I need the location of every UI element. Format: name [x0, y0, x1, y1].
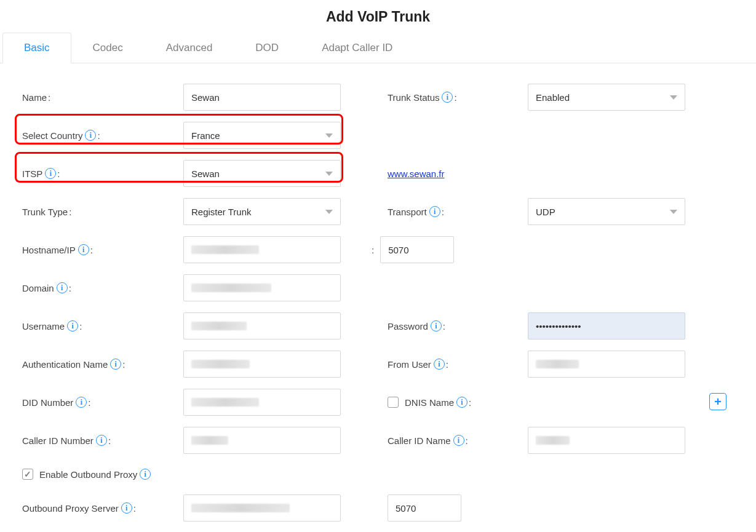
itsp-value: Sewan [191, 169, 220, 179]
info-icon[interactable]: i [429, 206, 440, 217]
tab-codec[interactable]: Codec [71, 33, 145, 63]
enable-outbound-proxy-label: Enable Outbound Proxy [39, 469, 137, 480]
outbound-proxy-server-input[interactable] [183, 494, 341, 522]
info-icon[interactable]: i [121, 502, 132, 514]
info-icon[interactable]: i [85, 130, 96, 141]
port-separator: : [365, 245, 380, 255]
page-title: Add VoIP Trunk [0, 0, 756, 33]
chevron-down-icon [325, 133, 333, 138]
tab-dod[interactable]: DOD [234, 33, 300, 63]
username-label: Username [22, 321, 65, 332]
trunk-type-select[interactable]: Register Trunk [183, 198, 341, 225]
outbound-proxy-port-input[interactable] [388, 494, 461, 522]
info-icon[interactable]: i [434, 359, 445, 370]
chevron-down-icon [325, 172, 333, 176]
password-input[interactable] [528, 312, 685, 339]
domain-label: Domain [22, 283, 54, 293]
tab-basic[interactable]: Basic [2, 33, 71, 63]
caller-id-number-input[interactable] [183, 427, 341, 454]
outbound-proxy-server-label: Outbound Proxy Server [22, 503, 119, 514]
domain-input[interactable] [183, 274, 341, 301]
hostname-port-input[interactable] [380, 236, 454, 263]
chevron-down-icon [670, 95, 677, 100]
select-country-value: France [191, 130, 220, 141]
name-input[interactable] [183, 84, 341, 111]
caller-id-number-label: Caller ID Number [22, 435, 94, 446]
info-icon[interactable]: i [140, 469, 151, 480]
chevron-down-icon [325, 210, 333, 214]
select-country-label: Select Country [22, 130, 82, 141]
form-area: Name: Trunk Status i: Enabled Select Cou… [0, 63, 756, 527]
hostname-label: Hostname/IP [22, 245, 76, 255]
select-country-select[interactable]: France [183, 122, 341, 149]
hostname-input[interactable] [183, 236, 341, 263]
itsp-link[interactable]: www.sewan.fr [388, 169, 445, 179]
did-number-input[interactable] [183, 389, 341, 416]
username-input[interactable] [183, 312, 341, 339]
caller-id-name-label: Caller ID Name [388, 435, 451, 446]
info-icon[interactable]: i [110, 359, 121, 370]
trunk-status-label: Trunk Status [388, 92, 439, 103]
info-icon[interactable]: i [442, 92, 453, 103]
dnis-name-checkbox[interactable] [388, 397, 399, 408]
trunk-type-label: Trunk Type [22, 207, 68, 217]
transport-value: UDP [536, 207, 555, 217]
info-icon[interactable]: i [456, 397, 468, 408]
info-icon[interactable]: i [67, 320, 78, 332]
trunk-status-select[interactable]: Enabled [528, 84, 685, 111]
info-icon[interactable]: i [45, 168, 56, 179]
auth-name-input[interactable] [183, 351, 341, 378]
add-row-button[interactable]: + [709, 393, 726, 410]
caller-id-name-input[interactable] [528, 427, 685, 454]
tabs-bar: Basic Codec Advanced DOD Adapt Caller ID [0, 33, 756, 63]
transport-label: Transport [388, 207, 427, 217]
info-icon[interactable]: i [57, 282, 68, 293]
info-icon[interactable]: i [431, 320, 442, 332]
password-label: Password [388, 321, 428, 332]
auth-name-label: Authentication Name [22, 359, 108, 370]
from-user-label: From User [388, 359, 431, 370]
dnis-name-label: DNIS Name [405, 397, 454, 408]
name-label: Name [22, 92, 47, 103]
info-icon[interactable]: i [96, 435, 107, 446]
tab-adapt-caller-id[interactable]: Adapt Caller ID [300, 33, 414, 63]
from-user-input[interactable] [528, 351, 685, 378]
trunk-status-value: Enabled [536, 92, 570, 103]
itsp-label: ITSP [22, 169, 42, 179]
chevron-down-icon [670, 210, 677, 214]
tab-advanced[interactable]: Advanced [145, 33, 234, 63]
info-icon[interactable]: i [76, 397, 87, 408]
itsp-select[interactable]: Sewan [183, 160, 341, 187]
transport-select[interactable]: UDP [528, 198, 685, 225]
did-number-label: DID Number [22, 397, 73, 408]
trunk-type-value: Register Trunk [191, 207, 252, 217]
info-icon[interactable]: i [453, 435, 464, 446]
info-icon[interactable]: i [78, 244, 89, 255]
enable-outbound-proxy-checkbox[interactable] [22, 469, 33, 480]
